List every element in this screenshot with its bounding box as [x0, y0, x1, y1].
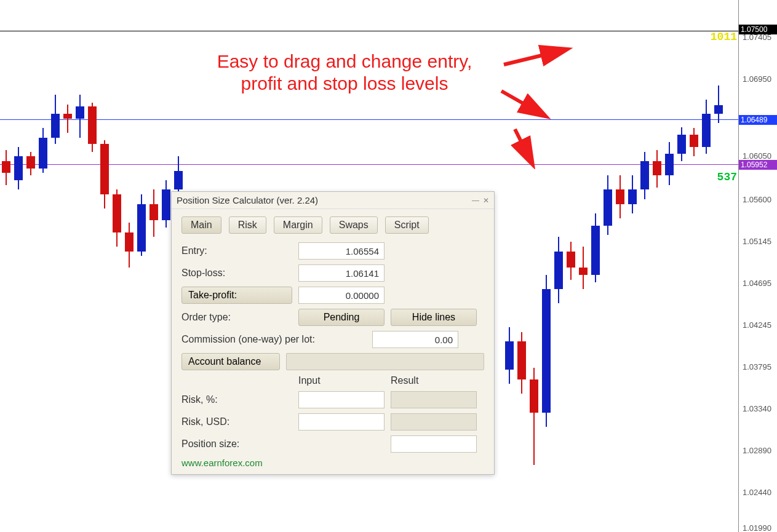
takeprofit-button[interactable]: Take-profit: [181, 287, 292, 304]
tab-risk[interactable]: Risk [229, 216, 266, 234]
ordertype-label: Order type: [181, 312, 292, 323]
price-badge: 1.05952 [739, 160, 777, 170]
account-balance-button[interactable]: Account balance [181, 353, 280, 370]
price-badge: 1.06489 [739, 115, 777, 125]
tab-script[interactable]: Script [385, 216, 429, 234]
annotation-text: Easy to drag and change entry, profit an… [185, 50, 504, 95]
position-size-calculator-dialog: Position Size Calculator (ver. 2.24) — ✕… [171, 191, 495, 475]
price-tick: 1.05145 [743, 237, 771, 246]
position-size-label: Position size: [181, 439, 292, 450]
dialog-titlebar[interactable]: Position Size Calculator (ver. 2.24) — ✕ [172, 192, 494, 209]
minimize-icon[interactable]: — [472, 196, 479, 205]
close-icon[interactable]: ✕ [483, 196, 489, 205]
svg-line-2 [515, 129, 530, 160]
dialog-title-text: Position Size Calculator (ver. 2.24) [177, 195, 318, 205]
result-column-header: Result [391, 375, 477, 386]
risk-usd-input[interactable] [298, 413, 385, 431]
entry-input[interactable] [298, 242, 385, 260]
price-tick: 1.02440 [743, 488, 771, 497]
tab-swaps[interactable]: Swaps [330, 216, 378, 234]
price-tick: 1.03795 [743, 362, 771, 371]
annotation-line1: Easy to drag and change entry, [185, 50, 504, 73]
price-tick: 1.04245 [743, 320, 771, 330]
price-tick: 1.03340 [743, 404, 771, 413]
input-column-header: Input [298, 375, 385, 386]
hidelines-button[interactable]: Hide lines [391, 309, 477, 326]
risk-usd-label: Risk, USD: [181, 416, 292, 427]
stoploss-input[interactable] [298, 264, 385, 282]
commission-label: Commission (one-way) per lot: [181, 334, 366, 345]
price-tick: 1.05600 [743, 195, 771, 204]
price-axis: 1.074051.069501.060501.056001.051451.046… [738, 0, 777, 532]
tab-margin[interactable]: Margin [274, 216, 322, 234]
tab-main[interactable]: Main [181, 216, 221, 234]
price-tick: 1.02890 [743, 446, 771, 455]
arrow-icon [501, 43, 575, 74]
distance-label-green: 537 [717, 171, 737, 183]
arrow-icon [506, 126, 543, 169]
arrow-icon [498, 86, 554, 123]
commission-input[interactable] [372, 331, 458, 348]
entry-label: Entry: [181, 245, 292, 256]
pending-button[interactable]: Pending [298, 309, 385, 326]
risk-pct-label: Risk, %: [181, 394, 292, 405]
price-tick: 1.06950 [743, 74, 771, 84]
stoploss-label: Stop-loss: [181, 268, 292, 279]
svg-line-1 [501, 91, 541, 114]
price-badge: 1.07500 [739, 25, 777, 34]
earnforex-link[interactable]: www.earnforex.com [181, 458, 484, 468]
risk-usd-result [391, 413, 477, 431]
risk-pct-result [391, 391, 477, 408]
price-tick: 1.06050 [743, 151, 771, 161]
price-tick: 1.01990 [743, 523, 771, 533]
annotation-line2: profit and stop loss levels [185, 73, 504, 95]
takeprofit-input[interactable] [298, 287, 385, 304]
price-tick: 1.04695 [743, 279, 771, 288]
account-balance-output [286, 353, 484, 370]
distance-label-yellow: 1011 [711, 31, 737, 43]
position-size-output [391, 435, 477, 453]
svg-line-0 [504, 50, 562, 65]
risk-pct-input[interactable] [298, 391, 385, 408]
